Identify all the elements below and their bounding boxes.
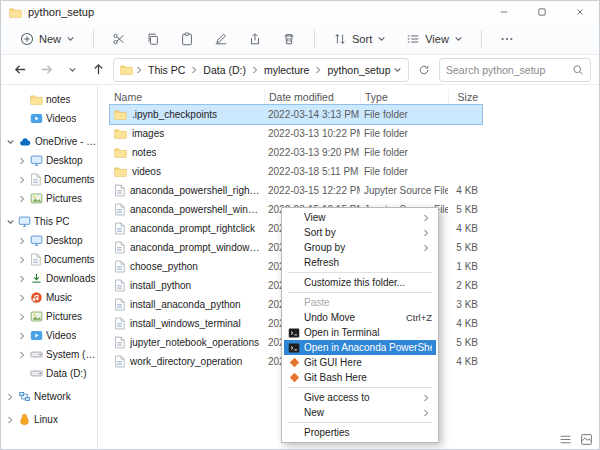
chevron-right-icon[interactable] bbox=[5, 393, 15, 401]
column-header-date-modified[interactable]: Date modified bbox=[264, 90, 360, 104]
menu-item-group-by[interactable]: Group by bbox=[284, 240, 436, 255]
chevron-right-icon[interactable] bbox=[17, 237, 27, 245]
doc-icon bbox=[114, 355, 125, 368]
breadcrumb-item-python-setup[interactable]: python_setup bbox=[324, 63, 391, 77]
close-button[interactable] bbox=[561, 1, 599, 23]
scissors-icon bbox=[112, 32, 126, 46]
minimize-button[interactable] bbox=[485, 1, 523, 23]
menu-item-give-access-to[interactable]: Give access to bbox=[284, 390, 436, 405]
menu-item-sort-by[interactable]: Sort by bbox=[284, 225, 436, 240]
sidebar-item-documents[interactable]: Documents bbox=[1, 250, 97, 269]
sidebar-item-notes[interactable]: notes bbox=[1, 90, 97, 109]
breadcrumb-item-data-d[interactable]: Data (D:) bbox=[200, 63, 249, 77]
submenu-arrow-icon bbox=[420, 214, 432, 222]
column-header-type[interactable]: Type bbox=[360, 90, 448, 104]
menu-item-undo-move[interactable]: Undo MoveCtrl+Z bbox=[284, 310, 436, 325]
chevron-right-icon[interactable] bbox=[17, 195, 27, 203]
file-name-text: images bbox=[132, 128, 164, 139]
cut-button[interactable] bbox=[106, 26, 132, 52]
new-button[interactable]: New bbox=[11, 28, 84, 50]
copy-button[interactable] bbox=[140, 26, 166, 52]
pictures-icon bbox=[30, 310, 43, 323]
thumbnails-view-button[interactable] bbox=[580, 433, 593, 446]
file-type-cell: File folder bbox=[360, 109, 448, 120]
chevron-right-icon[interactable] bbox=[17, 157, 27, 165]
menu-item-properties[interactable]: Properties bbox=[284, 425, 436, 440]
chevron-right-icon[interactable] bbox=[17, 176, 27, 184]
address-dropdown-icon[interactable] bbox=[393, 65, 402, 74]
menu-item-label: Open in Anaconda PowerShell bbox=[304, 342, 432, 353]
sidebar-item-desktop[interactable]: Desktop bbox=[1, 151, 97, 170]
address-bar[interactable]: This PCData (D:)mylecturepython_setup bbox=[113, 58, 409, 82]
file-type-cell: File folder bbox=[360, 166, 448, 177]
file-row-notes[interactable]: notes2022-03-13 9:20 PMFile folder bbox=[110, 143, 482, 162]
window-controls bbox=[485, 1, 599, 23]
sort-arrows-icon bbox=[333, 32, 347, 46]
refresh-button[interactable] bbox=[413, 59, 435, 81]
menu-item-customize-this-folder[interactable]: Customize this folder... bbox=[284, 275, 436, 290]
menu-item-open-in-terminal[interactable]: Open in Terminal bbox=[284, 325, 436, 340]
column-header-name[interactable]: Name bbox=[110, 91, 264, 103]
submenu-arrow-icon bbox=[420, 394, 432, 402]
toolbar-separator bbox=[314, 30, 315, 48]
recent-locations-button[interactable] bbox=[61, 59, 83, 81]
menu-item-git-gui-here[interactable]: Git GUI Here bbox=[284, 355, 436, 370]
command-bar: New Sort View bbox=[1, 23, 599, 55]
more-options-button[interactable] bbox=[494, 26, 520, 52]
menu-item-view[interactable]: View bbox=[284, 210, 436, 225]
chevron-right-icon[interactable] bbox=[17, 294, 27, 302]
menu-item-paste[interactable]: Paste bbox=[284, 295, 436, 310]
sidebar-item-label: Documents bbox=[44, 174, 95, 185]
chevron-right-icon[interactable] bbox=[17, 351, 27, 359]
up-button[interactable] bbox=[87, 59, 109, 81]
menu-item-git-bash-here[interactable]: Git Bash Here bbox=[284, 370, 436, 385]
sidebar-item-pictures[interactable]: Pictures bbox=[1, 189, 97, 208]
forward-button[interactable] bbox=[35, 59, 57, 81]
search-input[interactable] bbox=[446, 64, 572, 76]
chevron-right-icon[interactable] bbox=[17, 332, 27, 340]
chevron-down-icon[interactable] bbox=[5, 137, 15, 146]
file-size-cell: 5 KB bbox=[448, 204, 482, 215]
menu-item-refresh[interactable]: Refresh bbox=[284, 255, 436, 270]
menu-item-open-in-anaconda-powershell[interactable]: Open in Anaconda PowerShell bbox=[284, 340, 436, 355]
sidebar-item-documents[interactable]: Documents bbox=[1, 170, 97, 189]
file-row-images[interactable]: images2022-03-13 10:22 PMFile folder bbox=[110, 124, 482, 143]
sidebar-item-videos[interactable]: Videos bbox=[1, 326, 97, 345]
view-button[interactable]: View bbox=[397, 28, 472, 50]
menu-item-new[interactable]: New bbox=[284, 405, 436, 420]
sidebar-item-linux[interactable]: Linux bbox=[1, 410, 97, 429]
chevron-right-icon[interactable] bbox=[17, 256, 27, 264]
sidebar-item-downloads[interactable]: Downloads bbox=[1, 269, 97, 288]
chevron-right-icon[interactable] bbox=[5, 416, 15, 424]
file-row-anaconda-powershell-rightclick[interactable]: anaconda_powershell_rightclick2022-03-15… bbox=[110, 181, 482, 200]
column-header-size[interactable]: Size bbox=[448, 90, 482, 104]
breadcrumb-item-mylecture[interactable]: mylecture bbox=[261, 63, 313, 77]
sidebar-item-system-c[interactable]: System (C:) bbox=[1, 345, 97, 364]
sidebar-item-label: Desktop bbox=[46, 235, 83, 246]
breadcrumb-chevron-icon bbox=[190, 66, 198, 74]
maximize-button[interactable] bbox=[523, 1, 561, 23]
chevron-down-icon[interactable] bbox=[5, 217, 15, 226]
details-view-button[interactable] bbox=[559, 433, 572, 446]
back-button[interactable] bbox=[9, 59, 31, 81]
sidebar-item-videos[interactable]: Videos bbox=[1, 109, 97, 128]
sidebar-item-network[interactable]: Network bbox=[1, 387, 97, 406]
sidebar-item-desktop[interactable]: Desktop bbox=[1, 231, 97, 250]
column-headers: Name Date modified Type Size bbox=[110, 88, 599, 105]
sidebar-item-data-d[interactable]: Data (D:) bbox=[1, 364, 97, 383]
chevron-right-icon[interactable] bbox=[17, 275, 27, 283]
breadcrumb-item-this-pc[interactable]: This PC bbox=[145, 63, 188, 77]
file-row-videos[interactable]: videos2022-03-18 5:11 PMFile folder bbox=[110, 162, 482, 181]
sidebar-item-this-pc[interactable]: This PC bbox=[1, 212, 97, 231]
sidebar-item-pictures[interactable]: Pictures bbox=[1, 307, 97, 326]
sidebar-item-onedrive-perso[interactable]: OneDrive - Perso bbox=[1, 132, 97, 151]
share-button[interactable] bbox=[242, 26, 268, 52]
sidebar-item-music[interactable]: Music bbox=[1, 288, 97, 307]
delete-button[interactable] bbox=[276, 26, 302, 52]
paste-button[interactable] bbox=[174, 26, 200, 52]
rename-button[interactable] bbox=[208, 26, 234, 52]
file-row-ipynb-checkpoints[interactable]: .ipynb_checkpoints2022-03-14 3:13 PMFile… bbox=[110, 105, 482, 124]
sort-button[interactable]: Sort bbox=[324, 28, 395, 50]
chevron-right-icon[interactable] bbox=[17, 313, 27, 321]
file-date-cell: 2022-03-18 5:11 PM bbox=[264, 166, 360, 177]
